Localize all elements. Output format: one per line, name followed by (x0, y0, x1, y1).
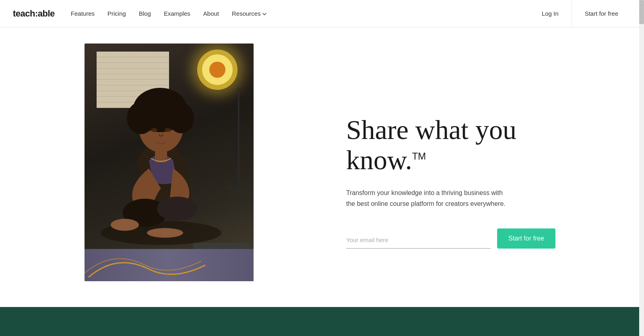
navbar: teach:able Features Pricing Blog Example… (0, 0, 644, 27)
nav-item-about[interactable]: About (203, 10, 219, 17)
hero-subtext: Transform your knowledge into a thriving… (346, 188, 507, 209)
svg-point-9 (135, 92, 185, 120)
svg-point-2 (157, 197, 197, 221)
nav-right: Log In Start for free (529, 0, 631, 27)
email-input[interactable] (346, 232, 491, 249)
nav-item-pricing[interactable]: Pricing (107, 10, 126, 17)
nav-item-features[interactable]: Features (71, 10, 95, 17)
start-free-button[interactable]: Start for free (497, 228, 555, 249)
laptop (193, 243, 250, 249)
svg-point-3 (111, 219, 139, 231)
hero-image (85, 44, 254, 281)
scrollbar[interactable] (639, 0, 644, 336)
scrollbar-thumb[interactable] (639, 0, 644, 24)
hero-section: Share what you know.TM Transform your kn… (0, 27, 644, 336)
svg-point-11 (165, 128, 171, 132)
ring-light-center (209, 62, 225, 78)
resources-label: Resources (232, 10, 261, 17)
brand-logo[interactable]: teach:able (13, 8, 55, 19)
hero-image-wrapper (85, 44, 254, 281)
logo-text: teach:able (13, 8, 55, 19)
rug-decoration (85, 245, 205, 281)
nav-start-free-button[interactable]: Start for free (572, 0, 631, 27)
bottom-bar (0, 307, 644, 336)
heading-line2: know. (346, 145, 412, 175)
hero-content: Share what you know.TM Transform your kn… (322, 27, 644, 336)
nav-item-resources[interactable]: Resources (232, 10, 266, 17)
nav-links: Features Pricing Blog Examples About Res… (71, 10, 529, 17)
svg-point-10 (151, 128, 157, 132)
hero-heading: Share what you know.TM (346, 115, 612, 175)
hero-cta-area: Start for free (346, 228, 555, 249)
heading-line1: Share what you (346, 114, 516, 145)
trademark-symbol: TM (412, 151, 426, 162)
nav-item-blog[interactable]: Blog (139, 10, 151, 17)
floor-mat (85, 249, 254, 281)
svg-point-4 (147, 228, 183, 238)
nav-item-examples[interactable]: Examples (164, 10, 190, 17)
login-button[interactable]: Log In (529, 0, 572, 27)
person-silhouette (89, 80, 242, 249)
hero-image-area (0, 27, 322, 336)
chevron-down-icon (262, 13, 266, 15)
